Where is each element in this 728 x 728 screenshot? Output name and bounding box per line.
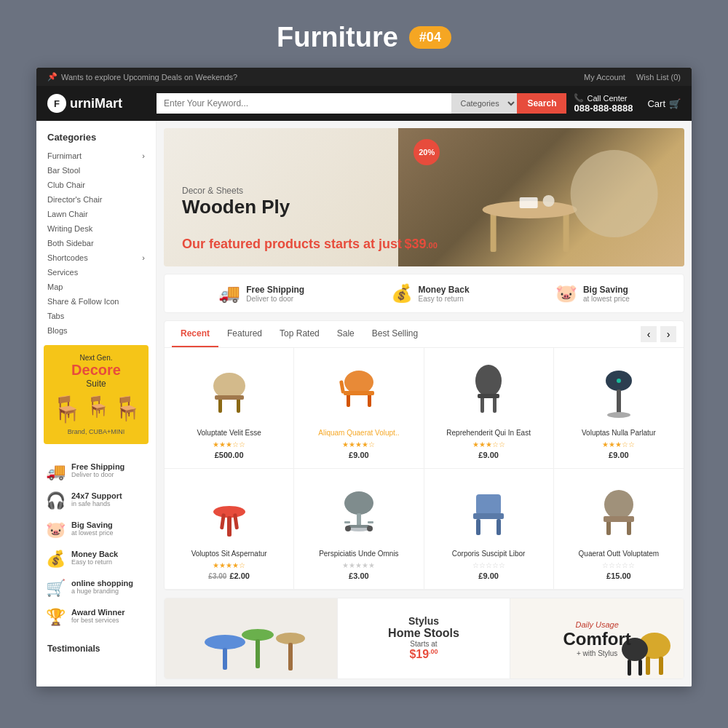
phone-icon: 📞 [574,93,584,103]
product-stars-2: ★★★★☆ [301,440,416,448]
tab-featured[interactable]: Featured [218,321,271,347]
product-price-8: £15.00 [561,571,676,580]
feature-shipping: 🚚 Free Shipping Deliver to door [218,283,304,304]
sidebar-item-furnimart[interactable]: Furnimart› [36,149,156,163]
product-price-1: £500.00 [172,451,286,459]
sidebar-item-shortcodes[interactable]: Shortcodes› [36,250,156,265]
product-card-6[interactable]: Perspiciatis Unde Omnis ★★★★★ £3.00 [294,469,424,590]
sidebar-item-barstool[interactable]: Bar Stool [36,163,156,178]
category-select[interactable]: Categories [451,93,517,114]
promo-small: Next Gen. [52,354,140,362]
wish-list-link[interactable]: Wish List (0) [636,73,681,82]
product-card-3[interactable]: Reprehenderit Qui In East ★★★☆☆ £9.00 [424,348,554,469]
tabs-next-button[interactable]: › [660,326,676,342]
tab-bestselling[interactable]: Best Selling [363,321,427,347]
comfort-title: Comfort [563,629,631,649]
svg-point-34 [367,526,373,531]
page-title-area: Furniture #04 [0,0,728,68]
tab-recent[interactable]: Recent [172,321,218,347]
sidebar-feature-moneyback: 💰 Money Back Easy to return [36,545,156,574]
award-icon: 🏆 [45,608,66,627]
search-input[interactable] [157,93,451,114]
svg-rect-42 [604,516,634,522]
moneyback-icon: 💰 [45,550,66,569]
stylus-text: Stylus Home Stools Starts at $19.00 [388,615,459,661]
logo[interactable]: F urniMart [47,94,149,113]
sidebar-feature-shipping: 🚚 Free Shipping Deliver to door [36,457,156,486]
sidebar-item-share[interactable]: Share & Follow Icon [36,294,156,309]
svg-point-10 [344,371,373,394]
hero-banner: 20% Decor & Sheets Wooden Ply Our featur… [164,128,684,266]
promo-banners: Stylus Home Stools Starts at $19.00 Dail… [164,598,684,679]
sidebar-item-writingdesk[interactable]: Writing Desk [36,221,156,236]
stylus-sub: Starts at [388,640,459,648]
strip-shipping-icon: 🚚 [218,283,240,304]
award-title: Award Winner [71,608,125,617]
svg-point-3 [570,150,657,237]
comfort-cursive: Daily Usage [563,620,631,629]
product-img-8 [561,478,676,543]
chair-svg-1 [204,360,255,419]
sidebar-item-tabs[interactable]: Tabs [36,309,156,323]
product-card-7[interactable]: Corporis Suscipit Libor ☆☆☆☆☆ £9.00 [424,469,554,590]
svg-rect-51 [659,657,663,675]
product-card-2[interactable]: Aliquam Quaerat Volupt.. ★★★★☆ £9.00 [294,348,424,469]
svg-rect-48 [288,643,293,670]
product-stars-8: ☆☆☆☆☆ [561,561,676,569]
comfort-sub: + with Stylus [563,649,631,657]
sidebar-item-blogs[interactable]: Blogs [36,323,156,338]
sidebar-item-services[interactable]: Services [36,265,156,280]
categories-title: Categories [36,128,156,149]
chair-icon-3: 🪑 [113,395,142,424]
product-name-2: Aliquam Quaerat Volupt.. [301,428,416,438]
sidebar-item-directorschair[interactable]: Director's Chair [36,192,156,207]
svg-rect-4 [519,197,537,208]
strip-saving-sub: at lowest price [583,295,630,303]
product-card-4[interactable]: Voluptas Nulla Parlatur ★★★☆☆ £9.00 [554,348,684,469]
sidebar-item-lawnchair[interactable]: Lawn Chair [36,207,156,221]
product-card-5[interactable]: Voluptos Sit Aspernatur ★★★★☆ £3.00£2.00 [165,469,294,590]
svg-point-27 [344,491,373,515]
page-wrapper: Furniture #04 📌 Wants to explore Upcomin… [0,0,728,728]
product-tabs: Recent Featured Top Rated Sale Best Sell… [165,321,684,348]
stylus-title: Stylus [388,615,459,627]
logo-name: urniMart [70,96,122,111]
tab-sale[interactable]: Sale [328,321,363,347]
svg-point-15 [475,365,502,397]
sidebar-item-map[interactable]: Map [36,280,156,294]
product-price-2: £9.00 [301,451,416,459]
support-title: 24x7 Support [71,491,122,500]
shopping-title: online shopping [71,579,133,587]
svg-rect-18 [478,394,499,398]
svg-rect-37 [476,519,480,535]
sidebar-item-clubchair[interactable]: Club Chair [36,178,156,192]
tabs-prev-button[interactable]: ‹ [641,326,657,342]
pin-icon: 📌 [47,72,58,82]
svg-rect-54 [638,660,642,676]
svg-rect-24 [227,516,232,537]
svg-point-33 [345,526,351,531]
tables-illustration [192,602,309,675]
product-price-5: £3.00£2.00 [172,571,286,580]
my-account-link[interactable]: My Account [584,73,625,82]
product-card-8[interactable]: Quaerat Outt Voluptatem ☆☆☆☆☆ £15.00 [554,469,684,590]
svg-rect-30 [348,525,370,528]
svg-point-39 [604,490,633,519]
promo-banner-stylus[interactable]: Stylus Home Stools Starts at $19.00 [338,598,511,678]
product-img-3 [432,357,546,422]
moneyback-sub: Easy to return [71,558,118,566]
product-stars-5: ★★★★☆ [172,561,286,569]
promo-banner-comfort[interactable]: Daily Usage Comfort + with Stylus [510,598,684,678]
cart-area[interactable]: Cart 🛒 [647,98,681,109]
sidebar-item-bothsidebar[interactable]: Both Sidebar [36,236,156,250]
support-sub: in safe hands [71,500,122,507]
product-price-3: £9.00 [432,451,546,459]
product-stars-4: ★★★☆☆ [561,440,676,448]
support-icon: 🎧 [45,491,66,510]
announcement-text: Wants to explore Upcoming Deals on Weeke… [61,73,237,82]
tab-toprated[interactable]: Top Rated [271,321,328,347]
svg-rect-46 [256,639,260,668]
product-card-1[interactable]: Voluptate Velit Esse ★★★☆☆ £500.00 [165,348,294,469]
promo-banner-tables[interactable] [165,598,338,678]
search-button[interactable]: Search [517,93,566,114]
